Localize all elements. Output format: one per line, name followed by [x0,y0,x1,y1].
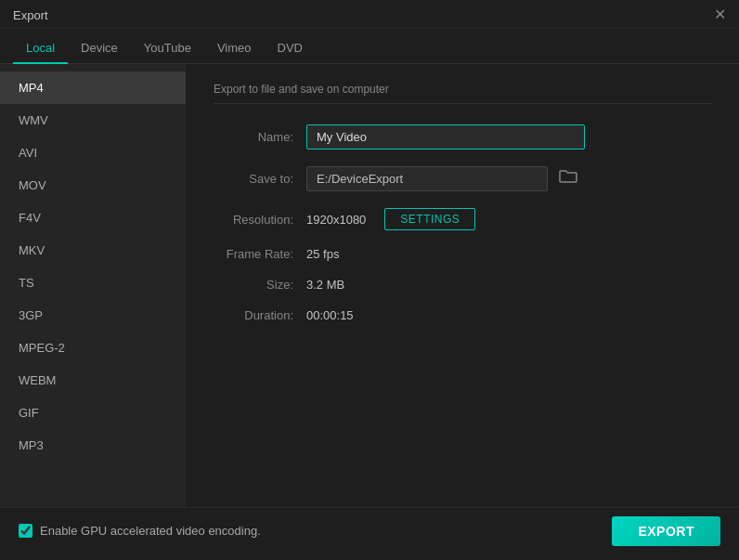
close-button[interactable]: ✕ [714,7,726,22]
save-to-label: Save to: [214,172,306,186]
sidebar-item-mp3[interactable]: MP3 [0,429,186,462]
name-row: Name: [214,124,711,150]
gpu-checkbox[interactable] [19,524,32,538]
sidebar-item-mov[interactable]: MOV [0,169,186,202]
name-input[interactable] [306,124,585,150]
resolution-value: 1920x1080 [306,213,366,227]
sidebar-item-f4v[interactable]: F4V [0,202,186,234]
section-title: Export to file and save on computer [214,83,711,104]
window-title: Export [13,8,48,22]
duration-value: 00:00:15 [306,308,354,322]
settings-button[interactable]: SETTINGS [384,208,475,230]
sidebar-item-mpeg2[interactable]: MPEG-2 [0,332,186,364]
export-settings-panel: Export to file and save on computer Name… [186,64,739,507]
browse-folder-button[interactable] [555,167,581,190]
tab-local[interactable]: Local [13,33,68,64]
sidebar-item-webm[interactable]: WEBM [0,364,186,397]
gpu-option-row: Enable GPU accelerated video encoding. [19,524,261,538]
name-label: Name: [214,130,306,144]
resolution-row: Resolution: 1920x1080 SETTINGS [214,208,711,230]
tab-vimeo[interactable]: Vimeo [204,33,265,64]
frame-rate-label: Frame Rate: [214,247,306,261]
duration-row: Duration: 00:00:15 [214,308,711,322]
bottom-bar: Enable GPU accelerated video encoding. E… [0,507,739,553]
tab-dvd[interactable]: DVD [265,33,316,64]
size-row: Size: 3.2 MB [214,278,711,292]
frame-rate-row: Frame Rate: 25 fps [214,247,711,261]
title-bar: Export ✕ [0,0,739,29]
tab-bar: Local Device YouTube Vimeo DVD [0,29,739,64]
folder-icon [559,169,577,184]
frame-rate-value: 25 fps [306,247,339,261]
sidebar-item-mp4[interactable]: MP4 [0,72,186,104]
resolution-label: Resolution: [214,213,306,227]
size-value: 3.2 MB [306,278,344,292]
save-to-path-input[interactable] [306,166,548,191]
sidebar-item-gif[interactable]: GIF [0,397,186,429]
duration-label: Duration: [214,308,306,322]
save-to-row: Save to: [214,166,711,191]
tab-device[interactable]: Device [68,33,131,64]
size-label: Size: [214,278,306,292]
tab-youtube[interactable]: YouTube [131,33,204,64]
sidebar-item-wmv[interactable]: WMV [0,104,186,137]
gpu-label[interactable]: Enable GPU accelerated video encoding. [40,524,261,538]
format-sidebar: MP4 WMV AVI MOV F4V MKV TS 3GP MPEG-2 WE… [0,64,186,507]
sidebar-item-3gp[interactable]: 3GP [0,299,186,332]
main-content: MP4 WMV AVI MOV F4V MKV TS 3GP MPEG-2 WE… [0,64,739,507]
export-button[interactable]: EXPORT [612,516,720,546]
sidebar-item-avi[interactable]: AVI [0,137,186,169]
sidebar-item-mkv[interactable]: MKV [0,234,186,267]
sidebar-item-ts[interactable]: TS [0,267,186,299]
save-to-field-group [306,166,581,191]
